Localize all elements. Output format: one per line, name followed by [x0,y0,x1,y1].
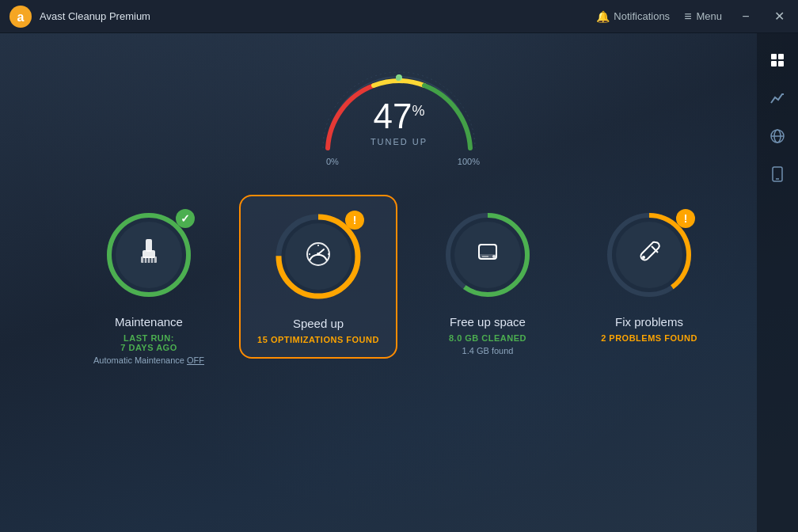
sidebar-globe-button[interactable] [760,119,795,154]
gauge-container: 47% TUNED UP 0% 100% [312,57,486,160]
card-maintenance[interactable]: ✓ Maintenance LAST RUN: 7 DAYS AGO Autom… [78,207,220,365]
speedup-title: Speed up [293,317,344,330]
notifications-label: Notifications [614,10,670,22]
maintenance-subtitle2: 7 DAYS AGO [120,343,177,352]
freespace-note: 1.4 GB found [462,346,514,355]
card-freespace[interactable]: Free up space 8.0 GB CLEANED 1.4 GB foun… [416,207,559,355]
maintenance-icon [133,236,165,274]
svg-point-3 [396,76,401,81]
card-speedup[interactable]: ! Speed up 15 OPTIMIZATIONS FOUND [239,195,397,359]
gauge-unit: % [412,103,424,119]
chart-icon [770,90,785,106]
minimize-button[interactable]: − [736,7,755,26]
svg-rect-41 [771,61,777,66]
fixproblems-title: Fix problems [615,315,683,329]
freespace-subtitle: 8.0 GB CLEANED [449,333,526,343]
freespace-circle [440,207,535,302]
maintenance-circle: ✓ [101,207,196,302]
menu-icon: ≡ [684,10,692,24]
gauge-center-text: 47% TUNED UP [370,99,428,146]
gauge-min-label: 0% [326,157,339,166]
main-content: 47% TUNED UP 0% 100% [0,33,798,532]
phone-icon [770,166,785,182]
gauge-section: 47% TUNED UP 0% 100% [312,57,486,160]
fixproblems-circle: ! [602,207,697,302]
maintenance-badge: ✓ [176,209,195,228]
minimize-icon: − [742,10,749,24]
notifications-button[interactable]: 🔔 Notifications [596,10,670,23]
svg-text:a: a [17,10,25,24]
title-bar: a Avast Cleanup Premium 🔔 Notifications … [0,0,798,33]
grid-icon [770,52,785,68]
sidebar-grid-button[interactable] [760,43,795,78]
title-left: a Avast Cleanup Premium [10,6,150,28]
speedup-icon [302,237,335,276]
speedup-circle: ! [271,209,366,304]
close-button[interactable]: ✕ [770,7,788,26]
freespace-icon [473,237,503,273]
maintenance-subtitle1: LAST RUN: [124,333,174,343]
fixproblems-icon [633,236,665,274]
maintenance-title: Maintenance [115,315,183,329]
gauge-label: TUNED UP [370,137,428,146]
speedup-badge: ! [345,211,364,230]
menu-button[interactable]: ≡ Menu [684,10,722,24]
right-sidebar [757,33,798,532]
svg-rect-39 [771,54,777,59]
speedup-subtitle: 15 OPTIMIZATIONS FOUND [257,335,379,344]
svg-rect-42 [778,61,784,66]
bell-icon: 🔔 [596,10,610,23]
avast-logo-icon: a [10,6,32,28]
close-icon: ✕ [774,9,785,24]
fixproblems-subtitle: 2 PROBLEMS FOUND [601,333,697,343]
fixproblems-badge: ! [676,209,695,228]
card-fixproblems[interactable]: ! Fix problems 2 PROBLEMS FOUND [578,207,720,343]
svg-rect-40 [778,54,784,59]
svg-rect-10 [141,256,157,263]
freespace-title: Free up space [450,315,526,329]
title-controls: 🔔 Notifications ≡ Menu − ✕ [596,7,788,26]
gauge-value: 47% [370,99,428,134]
svg-point-21 [317,253,320,256]
svg-point-38 [642,256,645,259]
svg-point-31 [492,255,496,258]
globe-icon [770,128,785,144]
maintenance-toggle[interactable]: OFF [187,355,204,365]
maintenance-note: Automatic Maintenance OFF [93,355,204,365]
app-title: Avast Cleanup Premium [40,10,150,22]
svg-rect-8 [146,239,152,252]
gauge-max-label: 100% [458,157,480,166]
sidebar-phone-button[interactable] [760,157,795,192]
menu-label: Menu [696,10,722,22]
cards-section: ✓ Maintenance LAST RUN: 7 DAYS AGO Autom… [78,207,720,365]
sidebar-chart-button[interactable] [760,81,795,116]
